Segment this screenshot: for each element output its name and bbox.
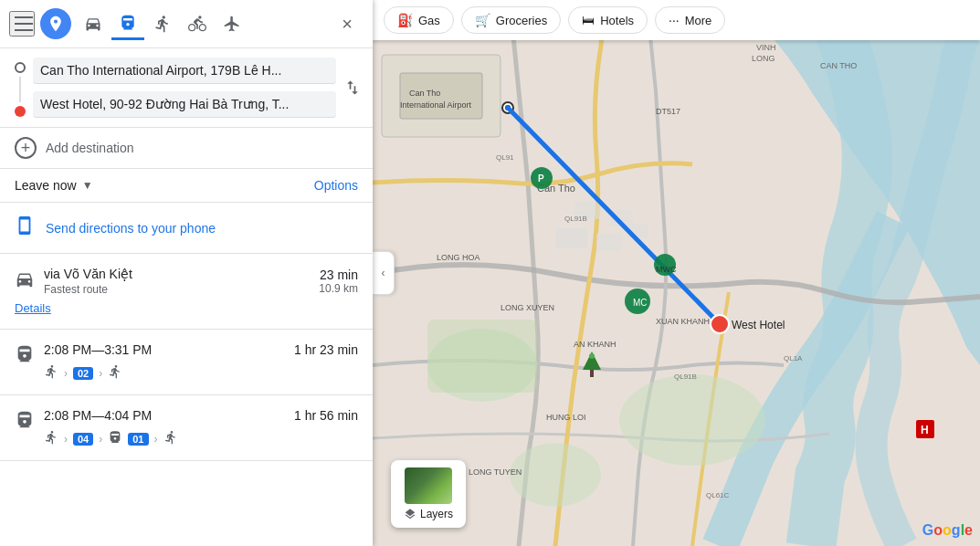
transit-1-header: 2:08 PM—3:31 PM 1 hr 23 min › 02 › bbox=[15, 342, 358, 382]
svg-point-17 bbox=[711, 315, 729, 333]
leave-now-bar: Leave now ▼ Options bbox=[0, 169, 373, 203]
destination-dot bbox=[15, 106, 26, 117]
svg-text:Can Tho: Can Tho bbox=[409, 89, 440, 98]
transit-bus-icon-2 bbox=[15, 410, 35, 435]
gas-chip[interactable]: ⛽ Gas bbox=[384, 6, 454, 34]
gas-icon: ⛽ bbox=[397, 13, 413, 27]
svg-text:P: P bbox=[538, 173, 544, 184]
google-text: Google bbox=[922, 522, 973, 538]
layers-thumbnail bbox=[405, 467, 452, 504]
route-inputs-section bbox=[0, 48, 373, 128]
transit-1-time-range: 2:08 PM—3:31 PM bbox=[44, 342, 152, 357]
layers-button[interactable]: Layers bbox=[391, 460, 466, 528]
phone-icon bbox=[15, 215, 35, 240]
transit-bus-icon-1 bbox=[15, 344, 35, 369]
driving-mode-btn[interactable] bbox=[77, 7, 110, 40]
svg-text:VINH: VINH bbox=[756, 43, 776, 52]
details-link[interactable]: Details bbox=[15, 301, 51, 315]
map-area[interactable]: Can Tho International Airport West Hotel… bbox=[373, 0, 980, 546]
arrow-icon-2b: › bbox=[99, 433, 102, 446]
transit-2-header: 2:08 PM—4:04 PM 1 hr 56 min › 04 › 01 › bbox=[15, 408, 358, 447]
hotels-icon: 🛏 bbox=[582, 13, 595, 27]
driving-route-info: via Võ Văn Kiệt Fastest route bbox=[44, 267, 310, 296]
groceries-chip[interactable]: 🛒 Groceries bbox=[461, 6, 561, 34]
svg-text:CAN THO: CAN THO bbox=[820, 61, 857, 70]
send-directions-row[interactable]: Send directions to your phone bbox=[0, 203, 373, 254]
driving-distance: 10.9 km bbox=[319, 282, 358, 295]
svg-point-2 bbox=[619, 374, 765, 466]
svg-point-45 bbox=[589, 353, 595, 359]
walk-icon-1b bbox=[108, 364, 122, 382]
route-sub: Fastest route bbox=[44, 283, 310, 296]
transit-1-info: 2:08 PM—3:31 PM 1 hr 23 min › 02 › bbox=[44, 342, 358, 382]
hotels-label: Hotels bbox=[600, 14, 634, 27]
svg-rect-44 bbox=[590, 370, 594, 377]
svg-text:QL91B: QL91B bbox=[564, 215, 587, 223]
transit-2-duration: 1 hr 56 min bbox=[294, 408, 358, 423]
add-destination-row[interactable]: + Add destination bbox=[0, 128, 373, 169]
layers-icon bbox=[404, 508, 416, 520]
walking-mode-btn[interactable] bbox=[146, 7, 179, 40]
svg-text:QL91: QL91 bbox=[496, 153, 514, 162]
transport-mode-selector bbox=[77, 7, 325, 40]
bus-badge-04: 04 bbox=[73, 433, 93, 446]
leave-now-button[interactable]: Leave now ▼ bbox=[15, 178, 93, 193]
svg-text:H: H bbox=[921, 424, 929, 436]
walk-icon-2b bbox=[163, 430, 178, 447]
send-directions-label: Send directions to your phone bbox=[46, 221, 216, 236]
google-logo: Google bbox=[922, 522, 973, 539]
svg-text:International Airport: International Airport bbox=[400, 100, 472, 110]
origin-dot bbox=[15, 62, 26, 73]
bus-badge-02: 02 bbox=[73, 367, 93, 380]
close-button[interactable]: × bbox=[331, 7, 364, 40]
svg-rect-8 bbox=[596, 233, 622, 251]
bus-step-icon-2b bbox=[108, 430, 122, 447]
destination-input[interactable] bbox=[33, 91, 336, 118]
more-label: More bbox=[685, 14, 712, 27]
svg-rect-4 bbox=[427, 320, 537, 393]
arrow-icon-2a: › bbox=[64, 433, 68, 446]
menu-button[interactable] bbox=[9, 11, 35, 37]
more-icon: ··· bbox=[669, 13, 680, 27]
add-destination-label: Add destination bbox=[46, 141, 134, 155]
driving-route-option[interactable]: via Võ Văn Kiệt Fastest route 23 min 10.… bbox=[0, 254, 373, 330]
swap-button[interactable] bbox=[343, 79, 362, 97]
left-panel: × + Add destination Leave now ▼ Options bbox=[0, 0, 373, 546]
route-line bbox=[19, 77, 21, 102]
walk-icon-1a bbox=[44, 364, 58, 382]
groceries-icon: 🛒 bbox=[475, 13, 490, 27]
svg-text:LONG: LONG bbox=[752, 54, 775, 63]
arrow-icon-2c: › bbox=[154, 433, 158, 446]
transit-mode-btn[interactable] bbox=[111, 7, 144, 40]
transit-2-steps: › 04 › 01 › bbox=[44, 430, 358, 447]
car-icon bbox=[15, 269, 35, 294]
walk-icon-2a bbox=[44, 430, 58, 447]
cycling-mode-btn[interactable] bbox=[181, 7, 214, 40]
svg-point-3 bbox=[510, 443, 601, 507]
route-dots bbox=[15, 58, 26, 117]
collapse-panel-button[interactable]: ‹ bbox=[373, 251, 395, 295]
chevron-down-icon: ▼ bbox=[82, 179, 93, 192]
transit-1-steps: › 02 › bbox=[44, 364, 358, 382]
gas-label: Gas bbox=[418, 14, 440, 27]
transit-1-duration: 1 hr 23 min bbox=[294, 342, 358, 357]
origin-input[interactable] bbox=[33, 58, 336, 84]
transit-route-1[interactable]: 2:08 PM—3:31 PM 1 hr 23 min › 02 › bbox=[0, 330, 373, 395]
filter-bar: ⛽ Gas 🛒 Groceries 🛏 Hotels ··· More bbox=[373, 0, 980, 40]
leave-now-text: Leave now bbox=[15, 178, 77, 193]
inputs-container bbox=[33, 58, 336, 118]
google-maps-logo bbox=[40, 8, 71, 39]
more-chip[interactable]: ··· More bbox=[655, 6, 725, 34]
svg-text:QL61C: QL61C bbox=[706, 491, 730, 499]
bus-badge-01: 01 bbox=[128, 433, 148, 446]
svg-text:MC: MC bbox=[633, 298, 648, 308]
driving-route-times: 23 min 10.9 km bbox=[319, 268, 358, 295]
svg-text:MWC: MWC bbox=[656, 265, 677, 274]
options-button[interactable]: Options bbox=[314, 178, 358, 193]
transit-route-2[interactable]: 2:08 PM—4:04 PM 1 hr 56 min › 04 › 01 › bbox=[0, 395, 373, 461]
transit-2-info: 2:08 PM—4:04 PM 1 hr 56 min › 04 › 01 › bbox=[44, 408, 358, 447]
hotels-chip[interactable]: 🛏 Hotels bbox=[568, 6, 648, 34]
driving-time: 23 min bbox=[319, 268, 358, 282]
flight-mode-btn[interactable] bbox=[216, 7, 248, 40]
svg-rect-7 bbox=[555, 228, 587, 248]
